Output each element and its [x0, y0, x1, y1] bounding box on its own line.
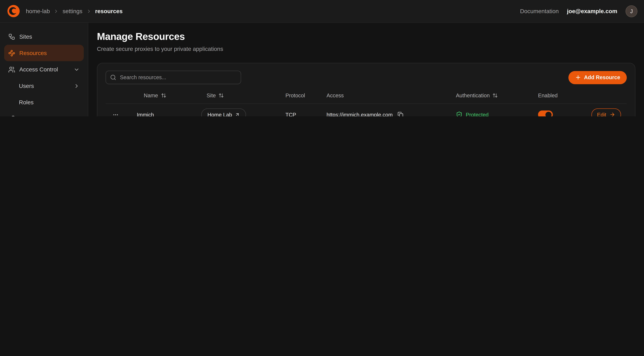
sidebar-item-label: Users — [19, 82, 34, 89]
page-subtitle: Create secure proxies to your private ap… — [97, 46, 636, 52]
chevron-right-icon — [74, 83, 80, 89]
breadcrumb: home-lab settings resources — [26, 8, 123, 14]
arrow-right-icon — [610, 112, 615, 116]
sidebar-nav: Sites Resources Access Control — [0, 22, 88, 116]
main-content: Manage Resources Create secure proxies t… — [88, 22, 644, 116]
app-root: home-lab settings resources Documentatio… — [0, 0, 644, 116]
add-resource-button[interactable]: Add Resource — [568, 71, 627, 84]
resources-card: Add Resource Name — [97, 63, 636, 116]
toggle-knob — [546, 112, 552, 116]
workflow-icon — [8, 33, 15, 40]
topbar: home-lab settings resources Documentatio… — [0, 0, 644, 22]
copy-button[interactable] — [397, 111, 404, 116]
sort-by-name[interactable]: Name — [144, 92, 166, 98]
search-box — [106, 70, 241, 84]
shield-check-icon — [456, 111, 462, 116]
search-icon — [110, 74, 116, 80]
sidebar-item-sites[interactable]: Sites — [4, 28, 84, 45]
copy-icon — [398, 112, 404, 116]
protocol-value: TCP — [286, 112, 326, 116]
add-resource-label: Add Resource — [584, 74, 620, 80]
header-protocol: Protocol — [286, 92, 326, 98]
header-name-label: Name — [144, 92, 158, 98]
header-authentication-label: Authentication — [456, 92, 490, 98]
edit-button-label: Edit — [597, 112, 606, 116]
sidebar-item-access-control[interactable]: Access Control — [4, 61, 84, 78]
breadcrumb-separator-icon — [54, 8, 59, 14]
sidebar: Sites Resources Access Control — [0, 22, 88, 116]
site-link-badge[interactable]: Home Lab — [201, 108, 246, 116]
user-email[interactable]: joe@example.com — [567, 8, 617, 14]
breadcrumb-org[interactable]: home-lab — [26, 8, 50, 14]
app-logo[interactable] — [6, 4, 20, 18]
edit-button[interactable]: Edit — [591, 108, 621, 116]
users-icon — [8, 66, 15, 73]
sidebar-item-label: Roles — [19, 99, 34, 106]
sort-icon — [161, 93, 166, 98]
plus-icon — [575, 74, 581, 80]
table-row: Immich Home Lab TCP https://immich.examp… — [106, 104, 627, 116]
sidebar-item-users[interactable]: Users — [4, 78, 84, 94]
table-header: Name Site — [106, 88, 627, 104]
header-enabled: Enabled — [538, 92, 592, 98]
header-site-label: Site — [206, 92, 216, 98]
arrow-up-right-icon — [235, 112, 240, 116]
sidebar-item-label: Access Control — [19, 66, 58, 73]
chevron-down-icon — [74, 66, 80, 72]
sort-by-site[interactable]: Site — [206, 92, 224, 98]
sort-by-authentication[interactable]: Authentication — [456, 92, 498, 98]
sidebar-item-roles[interactable]: Roles — [4, 94, 84, 110]
sidebar-item-resources[interactable]: Resources — [4, 45, 84, 61]
resource-name: Immich — [125, 112, 201, 116]
breadcrumb-current[interactable]: resources — [95, 8, 123, 14]
header-access: Access — [326, 92, 456, 98]
link-icon — [8, 115, 15, 116]
enabled-toggle[interactable] — [538, 110, 553, 116]
sidebar-item-shareable-links[interactable]: Shareable Links — [4, 110, 84, 116]
breadcrumb-separator-icon — [86, 8, 92, 14]
sidebar-item-label: Shareable Links — [19, 116, 60, 116]
page-title: Manage Resources — [97, 31, 636, 42]
search-input[interactable] — [106, 70, 241, 84]
documentation-link[interactable]: Documentation — [520, 8, 559, 14]
sidebar-item-label: Sites — [19, 33, 32, 40]
row-menu-button[interactable] — [110, 110, 120, 116]
waypoints-icon — [8, 50, 15, 56]
auth-label: Protected — [466, 112, 488, 116]
site-badge-label: Home Lab — [208, 112, 232, 116]
sort-icon — [219, 93, 224, 98]
ellipsis-icon — [112, 112, 118, 116]
table-body: Immich Home Lab TCP https://immich.examp… — [106, 104, 627, 116]
breadcrumb-settings[interactable]: settings — [62, 8, 82, 14]
sort-icon — [492, 93, 498, 98]
sidebar-item-label: Resources — [19, 50, 47, 56]
avatar[interactable]: J — [626, 5, 638, 17]
avatar-initial: J — [630, 8, 633, 14]
auth-status: Protected — [456, 111, 489, 116]
access-value: https://immich.example.com — [326, 112, 393, 116]
pangolin-logo-icon — [6, 4, 20, 18]
